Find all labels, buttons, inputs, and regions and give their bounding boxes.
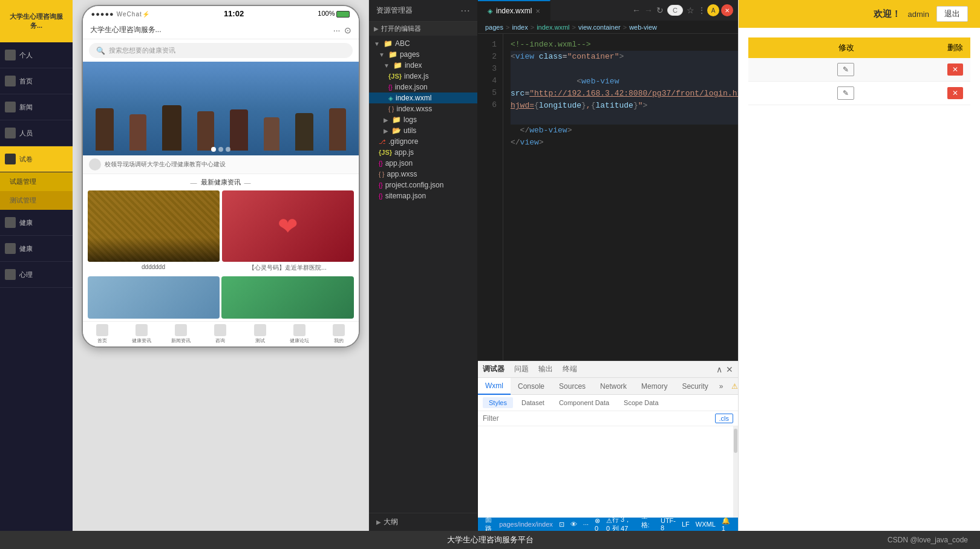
tab-close-button[interactable]: ✕	[535, 8, 540, 15]
editor-back-button[interactable]: ←	[632, 5, 641, 15]
code-lines[interactable]: <!--index.wxml--> <view class="container…	[503, 34, 738, 360]
sidebar-item-personal[interactable]: 个人	[0, 42, 73, 68]
file-index-folder[interactable]: ▼ 📁 index	[369, 60, 477, 71]
sidebar-item-people[interactable]: 人员	[0, 120, 73, 146]
devtools-body[interactable]	[478, 426, 738, 518]
editor-action-1[interactable]: ⋮	[698, 4, 705, 16]
sidebar-item-home[interactable]: 首页	[0, 68, 73, 94]
status-copy-icon[interactable]: ⊡	[559, 521, 564, 528]
devtools-scrollbar[interactable]	[733, 426, 738, 518]
sidebar-subitem-test-mgmt[interactable]: 测试管理	[0, 191, 73, 210]
status-path-value[interactable]: pages/index/index	[499, 521, 553, 528]
sidebar-item-health2[interactable]: 健康	[0, 236, 73, 262]
devtool-tab-more[interactable]: »	[716, 378, 727, 395]
breadcrumb-pages[interactable]: pages	[485, 24, 503, 31]
admin-table-head: 修改 删除	[748, 37, 970, 58]
editor-refresh-button[interactable]: ↻	[656, 5, 664, 15]
table-row-2: ✎ ✕	[748, 82, 970, 105]
editor-forward-button[interactable]: →	[644, 5, 653, 15]
devtool-tab-console[interactable]: Console	[511, 378, 552, 395]
warning-count-status: 0	[606, 525, 610, 531]
styles-subtab-label: Styles	[489, 399, 507, 406]
sidebar-item-exam[interactable]: 试卷	[0, 146, 73, 172]
editor-avatar[interactable]: A	[707, 4, 719, 16]
breadcrumb-webview[interactable]: web-view	[629, 24, 657, 31]
edit-btn-2[interactable]: ✎	[837, 86, 854, 100]
status-eye-icon[interactable]: 👁	[570, 521, 577, 528]
breadcrumb-container[interactable]: view.container	[578, 24, 621, 31]
file-utils-folder[interactable]: ▶ 📂 utils	[369, 125, 477, 136]
del-btn-2[interactable]: ✕	[947, 87, 963, 99]
editor-tab-index-wxml[interactable]: ◈ index.wxml ✕	[478, 0, 550, 21]
file-index-wxml[interactable]: ◈ index.wxml	[369, 93, 477, 103]
file-logs-folder[interactable]: ▶ 📁 logs	[369, 114, 477, 125]
devtool-tab-network[interactable]: Network	[593, 378, 634, 395]
nav-forum-icon	[293, 324, 305, 336]
editor-star-button[interactable]: ☆	[687, 5, 694, 15]
file-index-wxss[interactable]: { } index.wxss	[369, 103, 477, 114]
devtools-controls: ∧ ✕	[716, 365, 733, 374]
nav-consult[interactable]: 咨询	[201, 324, 240, 344]
devtool-tab-sources[interactable]: Sources	[552, 378, 593, 395]
devtools-close-icon[interactable]: ✕	[726, 365, 733, 374]
devtools-tab-issues[interactable]: 问题	[514, 364, 529, 374]
file-root-abc[interactable]: ▼ 📁 ABC	[369, 38, 477, 49]
open-editor-toolbar[interactable]: ▶ 打开的编辑器	[369, 22, 477, 36]
admin-link[interactable]: admin	[908, 10, 929, 19]
devtool-tab-security[interactable]: Security	[675, 378, 715, 395]
appjs-icon: {JS}	[379, 149, 392, 156]
nav-news[interactable]: 新闻资讯	[162, 324, 201, 344]
file-gitignore[interactable]: ⎇ .gitignore	[369, 136, 477, 147]
file-app-json[interactable]: {} app.json	[369, 158, 477, 169]
nav-home[interactable]: 首页	[83, 324, 122, 344]
devtools-filter-bar: .cls	[478, 411, 738, 426]
breadcrumb-index[interactable]: index	[512, 24, 528, 31]
edit-btn-1[interactable]: ✎	[837, 63, 854, 76]
devtool-tab-memory[interactable]: Memory	[634, 378, 675, 395]
phone-search-bar[interactable]: 🔍 搜索您想要的健康资讯	[89, 43, 353, 58]
file-project-config[interactable]: {} project.config.json	[369, 180, 477, 190]
cls-button[interactable]: .cls	[715, 414, 734, 423]
sidebar-subitem-exam-mgmt[interactable]: 试题管理	[0, 172, 73, 191]
sidebar-label-exam: 试卷	[19, 155, 33, 164]
file-pages-folder[interactable]: ▼ 📁 pages	[369, 49, 477, 60]
sidebar-item-health1[interactable]: 健康	[0, 210, 73, 236]
devtool-tab-wxml[interactable]: Wxml	[478, 378, 511, 395]
nav-health-info[interactable]: 健康资讯	[122, 324, 162, 344]
file-index-js[interactable]: {JS} index.js	[369, 71, 477, 82]
sidebar-item-psychology[interactable]: 心理	[0, 262, 73, 288]
json-icon: {}	[388, 84, 393, 91]
nav-test[interactable]: 测试	[240, 324, 279, 344]
devtools-tab-output[interactable]: 输出	[538, 364, 553, 374]
nav-mine[interactable]: 我的	[319, 324, 358, 344]
outline-expand-icon: ▶	[376, 519, 381, 525]
sidebar-item-news[interactable]: 新闻	[0, 94, 73, 120]
subtab-component-data[interactable]: Component Data	[553, 397, 615, 408]
editor-url-bar[interactable]: C	[667, 5, 683, 16]
sidebar-label-home: 首页	[19, 77, 33, 86]
editor-action-buttons: ⋮ A ✕	[698, 4, 733, 16]
file-sitemap[interactable]: {} sitemap.json	[369, 190, 477, 201]
file-app-js[interactable]: {JS} app.js	[369, 147, 477, 158]
subtab-styles[interactable]: Styles	[483, 397, 513, 408]
logout-button[interactable]: 退出	[936, 6, 968, 22]
file-outline[interactable]: ▶ 大纲	[369, 513, 477, 531]
del-btn-1[interactable]: ✕	[947, 63, 963, 76]
file-index-json[interactable]: {} index.json	[369, 82, 477, 93]
devtools-collapse-icon[interactable]: ∧	[716, 365, 722, 374]
subtab-dataset[interactable]: Dataset	[515, 397, 550, 408]
nav-consult-label: 咨询	[215, 337, 225, 344]
devtools-tab-terminal[interactable]: 终端	[563, 364, 577, 374]
file-app-wxss[interactable]: { } app.wxss	[369, 169, 477, 180]
nav-forum[interactable]: 健康论坛	[279, 324, 319, 344]
devtools-filter-input[interactable]	[483, 414, 710, 423]
status-more-icon[interactable]: ···	[583, 521, 589, 528]
devtools-tab-debugger[interactable]: 调试器	[483, 364, 505, 374]
footer-copyright: CSDN @love_java_code	[887, 536, 968, 544]
breadcrumb-wxml[interactable]: index.wxml	[537, 24, 569, 31]
editor-close-circle[interactable]: ✕	[721, 4, 733, 16]
code-line-4: </web-view>	[511, 125, 738, 137]
nav-home-icon	[96, 324, 108, 336]
subtab-scope-data[interactable]: Scope Data	[618, 397, 664, 408]
explorer-more-icon[interactable]: ⋯	[460, 5, 470, 16]
